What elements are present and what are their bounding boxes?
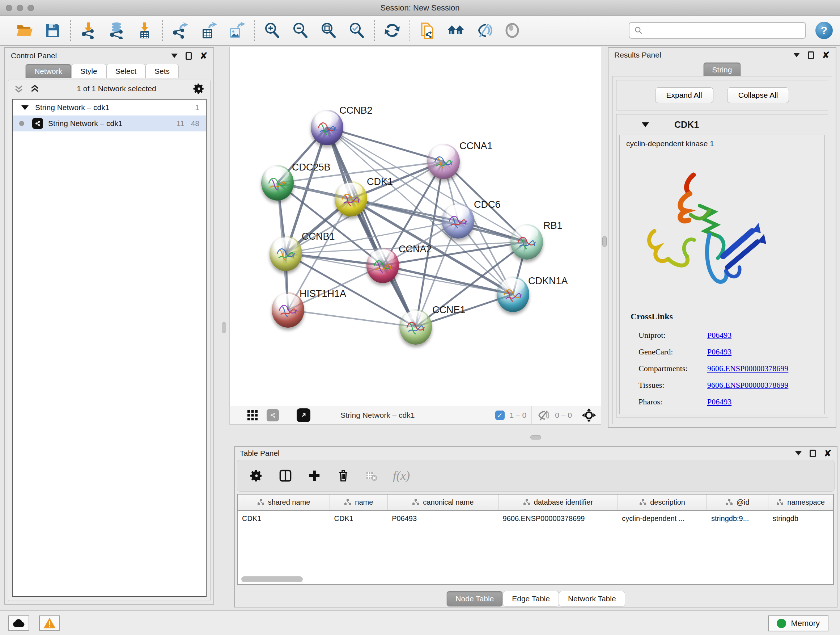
close-panel-icon[interactable]: ✘ <box>824 450 832 457</box>
birds-eye-view-icon[interactable] <box>246 409 259 421</box>
column-header-name[interactable]: name <box>330 494 388 510</box>
selected-nodes-checkbox[interactable]: ✓ <box>495 410 505 420</box>
network-edge-HIST1H1A-CCNE1[interactable] <box>288 310 416 327</box>
column-header-shared-name[interactable]: shared name <box>238 494 330 510</box>
tab-node-table[interactable]: Node Table <box>447 591 503 607</box>
protein-section-header[interactable]: CDK1 <box>616 114 828 135</box>
float-panel-icon[interactable] <box>186 52 192 60</box>
network-edge-CCNB2-CCNA1[interactable] <box>327 127 444 162</box>
zoom-in-button[interactable] <box>263 21 281 40</box>
save-session-button[interactable] <box>43 21 62 40</box>
delete-column-icon[interactable] <box>336 469 350 483</box>
toggle-glass-ball-button[interactable] <box>503 21 522 40</box>
network-node-CCNB1[interactable] <box>270 236 302 271</box>
table-cell[interactable]: P06493 <box>387 510 498 526</box>
home-species-button[interactable] <box>447 21 465 40</box>
delete-table-icon[interactable] <box>365 470 378 482</box>
warnings-button[interactable] <box>39 616 60 631</box>
refresh-network-button[interactable] <box>383 21 401 40</box>
table-cell[interactable]: CDK1 <box>330 510 388 526</box>
tab-sets[interactable]: Sets <box>145 64 179 78</box>
column-header-description[interactable]: description <box>617 494 707 510</box>
crosslink-value-link[interactable]: 9606.ENSP00000378699 <box>707 380 788 390</box>
export-image-button[interactable] <box>227 21 246 40</box>
network-row[interactable]: String Network – cdk1 11 48 <box>13 116 206 131</box>
string-document-button[interactable] <box>418 21 437 40</box>
create-column-icon[interactable] <box>308 469 321 483</box>
search-input[interactable] <box>643 23 805 38</box>
import-table-button[interactable] <box>135 21 154 40</box>
crosslink-value-link[interactable]: 9606.ENSP00000378699 <box>707 364 788 373</box>
network-node-CCNA1[interactable] <box>427 144 460 179</box>
import-network-database-button[interactable] <box>107 21 126 40</box>
column-header-database-identifier[interactable]: database identifier <box>499 494 618 510</box>
crosslink-value-link[interactable]: P06493 <box>707 331 731 340</box>
network-node-CDKN1A[interactable] <box>497 277 529 312</box>
network-node-CDK1[interactable] <box>335 181 367 217</box>
help-button[interactable]: ? <box>815 22 833 39</box>
network-collection-row[interactable]: String Network – cdk1 1 <box>13 100 206 116</box>
table-options-gear-icon[interactable] <box>249 469 264 483</box>
tab-network[interactable]: Network <box>25 64 71 78</box>
collapse-panel-icon[interactable] <box>171 54 178 58</box>
table-cell[interactable]: CDK1 <box>238 510 330 526</box>
collection-expand-caret-icon[interactable] <box>21 105 28 110</box>
tab-select[interactable]: Select <box>106 64 145 78</box>
network-options-gear-icon[interactable] <box>193 82 205 95</box>
crosslink-value-link[interactable]: P06493 <box>707 347 731 356</box>
column-header--id[interactable]: @id <box>707 494 768 510</box>
column-header-namespace[interactable]: namespace <box>768 494 833 510</box>
zoom-fit-button[interactable] <box>319 21 338 40</box>
bottom-splitter-handle[interactable] <box>531 435 541 440</box>
network-node-CCNE1[interactable] <box>399 309 432 345</box>
cloud-button[interactable] <box>8 616 29 631</box>
node-table[interactable]: shared namenamecanonical namedatabase id… <box>237 494 834 585</box>
left-splitter-handle[interactable] <box>222 322 226 333</box>
network-node-CDC6[interactable] <box>442 203 474 239</box>
function-builder-button[interactable]: f(x) <box>393 469 410 483</box>
expand-all-icon[interactable] <box>29 83 40 94</box>
collapse-panel-icon[interactable] <box>795 451 802 455</box>
table-cell[interactable]: 9606.ENSP00000378699 <box>499 510 618 526</box>
right-splitter-handle[interactable] <box>602 236 607 247</box>
show-columns-icon[interactable] <box>279 469 292 483</box>
collapse-all-button[interactable]: Collapse All <box>727 87 789 103</box>
column-header-canonical-name[interactable]: canonical name <box>387 494 498 510</box>
tab-network-table[interactable]: Network Table <box>559 591 625 607</box>
crosslink-value-link[interactable]: P06493 <box>707 397 731 407</box>
network-node-CCNA2[interactable] <box>366 248 399 283</box>
toggle-labels-button[interactable] <box>475 21 493 40</box>
protein-expand-caret-icon[interactable] <box>642 122 649 127</box>
close-panel-icon[interactable]: ✘ <box>822 51 830 59</box>
export-network-button[interactable] <box>171 21 189 40</box>
network-node-CCNB2[interactable] <box>311 110 343 145</box>
table-cell[interactable]: cyclin-dependent ... <box>617 510 707 526</box>
network-node-CDC25B[interactable] <box>261 165 294 201</box>
table-cell[interactable]: stringdb <box>768 510 833 526</box>
network-edge-CCNA2-CDKN1A[interactable] <box>383 265 513 295</box>
expand-all-button[interactable]: Expand All <box>655 87 714 103</box>
float-panel-icon[interactable] <box>810 450 816 457</box>
open-full-view-button[interactable] <box>297 409 310 422</box>
network-node-RB1[interactable] <box>510 224 543 260</box>
tab-string[interactable]: String <box>703 62 741 77</box>
float-panel-icon[interactable] <box>808 51 814 59</box>
export-table-button[interactable] <box>199 21 218 40</box>
zoom-selected-button[interactable] <box>347 21 366 40</box>
zoom-out-button[interactable] <box>291 21 309 40</box>
search-field[interactable] <box>629 22 806 39</box>
tab-style[interactable]: Style <box>71 64 106 78</box>
table-cell[interactable]: stringdb:9... <box>707 510 768 526</box>
collapse-panel-icon[interactable] <box>793 53 800 57</box>
close-panel-icon[interactable]: ✘ <box>200 52 208 59</box>
open-session-button[interactable] <box>15 21 34 40</box>
table-row[interactable]: CDK1CDK1P064939606.ENSP00000378699cyclin… <box>238 510 833 526</box>
fit-selected-icon[interactable] <box>581 408 597 423</box>
hidden-elements-icon[interactable] <box>537 410 550 421</box>
memory-button[interactable]: Memory <box>768 616 829 631</box>
import-network-file-button[interactable] <box>79 21 98 40</box>
tab-edge-table[interactable]: Edge Table <box>503 591 559 607</box>
network-view-canvas[interactable]: CCNB2CCNA1CDC25BCDK1CDC6RB1CCNB1CCNA2CDK… <box>229 47 601 406</box>
table-horizontal-scrollbar[interactable] <box>241 576 303 582</box>
collapse-all-icon[interactable] <box>13 83 24 94</box>
